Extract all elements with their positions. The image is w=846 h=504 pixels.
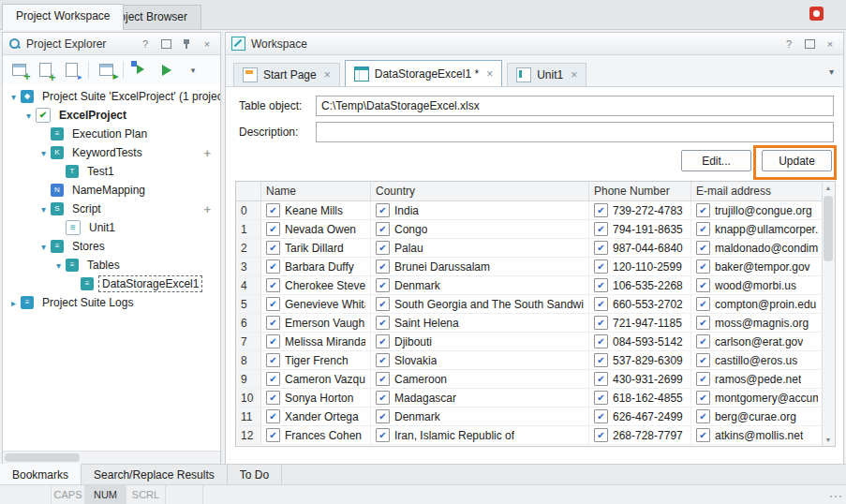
cell-name[interactable]: ✔Tiger French xyxy=(261,351,371,369)
row-index-cell[interactable]: 6 xyxy=(236,314,261,332)
checkbox-checked-icon[interactable]: ✔ xyxy=(696,278,710,292)
checkbox-checked-icon[interactable]: ✔ xyxy=(696,353,710,367)
help-icon[interactable]: ? xyxy=(138,37,153,52)
checkbox-checked-icon[interactable]: ✔ xyxy=(696,409,710,423)
cell-name[interactable]: ✔Frances Cohen xyxy=(261,426,371,444)
checkbox-checked-icon[interactable]: ✔ xyxy=(376,428,390,442)
cell-email[interactable]: ✔knapp@ullamcorper.net xyxy=(691,220,823,238)
checkbox-checked-icon[interactable]: ✔ xyxy=(376,278,390,292)
add-existing-item-button[interactable] xyxy=(59,59,83,82)
cell-country[interactable]: ✔Palau xyxy=(371,239,589,257)
cell-country[interactable]: ✔South Georgia and The South Sandwich Is… xyxy=(371,295,589,313)
scrollbar-thumb[interactable] xyxy=(824,196,833,261)
cell-email[interactable]: ✔montgomery@accumsan.net xyxy=(691,389,823,407)
tree-item-project-suite-logs[interactable]: ▸≡Project Suite Logs xyxy=(3,293,220,312)
checkbox-checked-icon[interactable]: ✔ xyxy=(696,316,710,330)
checkbox-checked-icon[interactable]: ✔ xyxy=(696,297,710,311)
cell-email[interactable]: ✔moss@magnis.org xyxy=(691,314,823,332)
cell-name[interactable]: ✔Cameron Vazquez xyxy=(261,370,371,388)
cell-email[interactable]: ✔berg@curae.org xyxy=(691,408,823,425)
close-panel-icon[interactable]: × xyxy=(823,37,838,52)
checkbox-checked-icon[interactable]: ✔ xyxy=(594,316,608,330)
cell-phone[interactable]: ✔430-931-2699 xyxy=(589,370,691,388)
tree-item-excelproject[interactable]: ▾✔ExcelProject xyxy=(3,106,220,125)
checkbox-checked-icon[interactable]: ✔ xyxy=(594,353,608,367)
tab-to-do[interactable]: To Do xyxy=(228,465,282,485)
table-object-input[interactable] xyxy=(316,96,834,116)
cell-phone[interactable]: ✔618-162-4855 xyxy=(589,389,691,407)
cell-name[interactable]: ✔Keane Mills xyxy=(261,201,371,219)
row-index-cell[interactable]: 1 xyxy=(236,220,261,238)
add-new-item-button[interactable] xyxy=(33,59,57,82)
checkbox-checked-icon[interactable]: ✔ xyxy=(266,334,280,348)
checkbox-checked-icon[interactable]: ✔ xyxy=(696,334,710,348)
tree-expand-arrow-icon[interactable]: ▸ xyxy=(7,298,21,308)
tree-item-execution-plan[interactable]: ≡Execution Plan xyxy=(3,125,220,143)
checkbox-checked-icon[interactable]: ✔ xyxy=(696,372,710,386)
cell-email[interactable]: ✔trujillo@congue.org xyxy=(691,201,823,219)
checkbox-checked-icon[interactable]: ✔ xyxy=(376,353,390,367)
cell-email[interactable]: ✔maldonado@condimentum.org xyxy=(691,239,823,257)
checkbox-checked-icon[interactable]: ✔ xyxy=(594,297,608,311)
cell-country[interactable]: ✔Congo xyxy=(371,220,589,238)
maximize-icon[interactable] xyxy=(802,37,817,52)
cell-country[interactable]: ✔Saint Helena xyxy=(371,314,589,332)
cell-email[interactable]: ✔carlson@erat.gov xyxy=(691,333,823,350)
cell-country[interactable]: ✔Iran, Islamic Republic of xyxy=(371,426,589,444)
tab-bookmarks[interactable]: Bookmarks xyxy=(0,464,82,485)
checkbox-checked-icon[interactable]: ✔ xyxy=(266,372,280,386)
cell-phone[interactable]: ✔120-110-2599 xyxy=(589,258,691,275)
cell-name[interactable]: ✔Melissa Miranda xyxy=(261,333,371,350)
tree-expand-arrow-icon[interactable]: ▾ xyxy=(37,242,51,252)
cell-email[interactable]: ✔castillo@eros.us xyxy=(691,351,823,369)
cell-email[interactable]: ✔wood@morbi.us xyxy=(691,276,823,294)
checkbox-checked-icon[interactable]: ✔ xyxy=(696,203,710,217)
checkbox-checked-icon[interactable]: ✔ xyxy=(376,391,390,405)
tree-expand-arrow-icon[interactable]: ▾ xyxy=(22,111,36,121)
checkbox-checked-icon[interactable]: ✔ xyxy=(594,222,608,236)
cell-name[interactable]: ✔Nevada Owen xyxy=(261,220,371,238)
checkbox-checked-icon[interactable]: ✔ xyxy=(696,391,710,405)
help-icon[interactable]: ? xyxy=(781,37,796,52)
checkbox-checked-icon[interactable]: ✔ xyxy=(594,391,608,405)
doc-tab-unit1[interactable]: Unit1× xyxy=(507,63,586,86)
tree-item-script[interactable]: ▾SScript+ xyxy=(3,200,220,218)
row-index-cell[interactable]: 4 xyxy=(236,276,261,294)
checkbox-checked-icon[interactable]: ✔ xyxy=(376,334,390,348)
close-tab-icon[interactable]: × xyxy=(324,68,331,82)
row-index-cell[interactable]: 9 xyxy=(236,370,261,388)
checkbox-checked-icon[interactable]: ✔ xyxy=(266,203,280,217)
pin-icon[interactable] xyxy=(179,37,194,52)
checkbox-checked-icon[interactable]: ✔ xyxy=(266,241,280,255)
column-header-name[interactable]: Name xyxy=(261,182,371,200)
cell-name[interactable]: ✔Sonya Horton xyxy=(261,389,371,407)
checkbox-checked-icon[interactable]: ✔ xyxy=(266,278,280,292)
cell-phone[interactable]: ✔626-467-2499 xyxy=(589,408,691,425)
row-index-cell[interactable]: 7 xyxy=(236,333,261,350)
cell-email[interactable]: ✔atkins@mollis.net xyxy=(691,426,823,444)
scrollbar-thumb[interactable] xyxy=(5,453,80,462)
checkbox-checked-icon[interactable]: ✔ xyxy=(696,259,710,274)
scroll-down-icon[interactable]: ▼ xyxy=(823,434,834,446)
tree-item-project-suite-excelproject-1-project[interactable]: ▾◆Project Suite 'ExcelProject' (1 projec… xyxy=(3,87,220,106)
checkbox-checked-icon[interactable]: ✔ xyxy=(594,334,608,348)
checkbox-checked-icon[interactable]: ✔ xyxy=(594,372,608,386)
checkbox-checked-icon[interactable]: ✔ xyxy=(696,222,710,236)
close-panel-icon[interactable]: × xyxy=(200,37,215,52)
add-child-item-icon[interactable]: + xyxy=(203,202,211,216)
tree-item-tables[interactable]: ▾≡Tables xyxy=(3,256,220,274)
grid-vertical-scrollbar[interactable]: ▲ ▼ xyxy=(822,182,835,446)
checkbox-checked-icon[interactable]: ✔ xyxy=(696,241,710,255)
column-header-phone[interactable]: Phone Number xyxy=(589,182,691,200)
row-index-cell[interactable]: 2 xyxy=(236,239,261,257)
cell-country[interactable]: ✔Slovakia xyxy=(371,351,589,369)
edit-button[interactable]: Edit... xyxy=(681,150,751,171)
run-state-button[interactable] xyxy=(94,59,118,82)
cell-phone[interactable]: ✔106-535-2268 xyxy=(589,276,691,294)
tree-item-keywordtests[interactable]: ▾KKeywordTests+ xyxy=(3,143,220,162)
tree-expand-arrow-icon[interactable]: ▾ xyxy=(52,260,66,271)
add-child-item-icon[interactable]: + xyxy=(203,146,211,160)
new-project-button[interactable] xyxy=(7,59,31,82)
tree-item-namemapping[interactable]: NNameMapping xyxy=(3,181,220,200)
cell-phone[interactable]: ✔739-272-4783 xyxy=(589,201,691,219)
